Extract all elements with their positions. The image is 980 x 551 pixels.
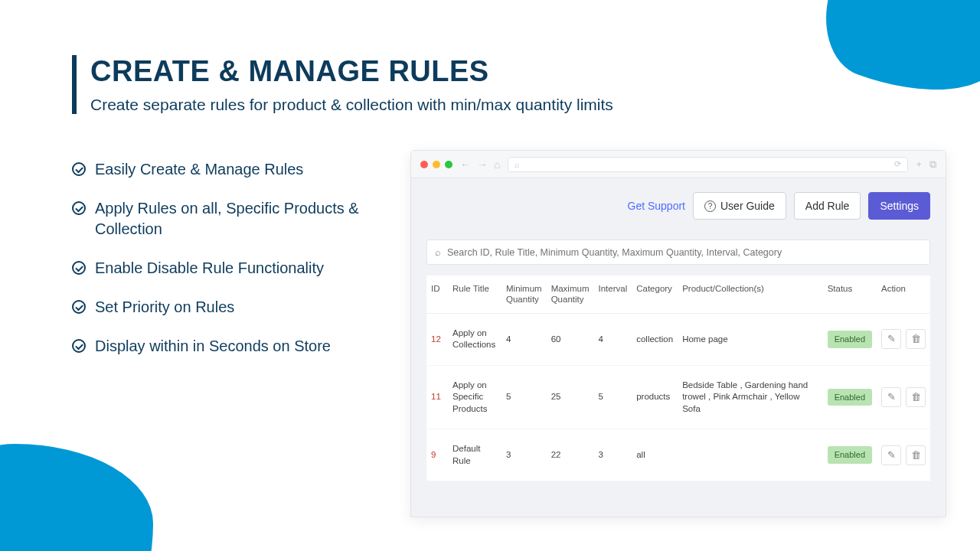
search-bar[interactable]: ⌕ [426,240,930,265]
cell-prodcoll: Home page [678,313,822,365]
search-icon: ⌕ [435,246,441,258]
table-row: 12 Apply on Collections 4 60 4 collectio… [426,313,930,365]
cell-interval: 5 [593,365,632,429]
col-title: Rule Title [448,276,501,313]
row-actions: ✎🗑 [881,445,926,465]
cell-min: 3 [501,429,547,481]
home-icon[interactable]: ⌂ [494,158,500,171]
col-min: Minimum Quantity [501,276,547,313]
check-icon [72,339,86,353]
decor-blob-bottom [0,444,153,551]
feature-label: Easily Create & Manage Rules [95,159,303,180]
user-guide-label: User Guide [720,200,775,212]
forward-icon[interactable]: → [477,158,488,171]
page-title: CREATE & MANAGE RULES [90,55,613,88]
browser-chrome: ← → ⌂ ⌕ ⟳ + ⧉ [411,151,946,178]
status-badge: Enabled [828,446,872,464]
user-guide-button[interactable]: ?User Guide [693,192,786,220]
edit-button[interactable]: ✎ [881,329,901,349]
traffic-lights [420,161,452,168]
row-actions: ✎🗑 [881,387,926,407]
cell-max: 25 [547,365,594,429]
search-input[interactable] [447,247,922,258]
cell-id: 11 [426,365,448,429]
delete-button[interactable]: 🗑 [906,387,926,407]
refresh-icon[interactable]: ⟳ [894,159,901,169]
feature-label: Apply Rules on all, Specific Products & … [95,198,378,240]
cell-category: collection [632,313,678,365]
cell-min: 5 [501,365,547,429]
feature-label: Display within in Seconds on Store [95,336,331,357]
rules-table: ID Rule Title Minimum Quantity Maximum Q… [426,276,930,481]
cell-max: 22 [547,429,594,481]
decor-blob-top [806,0,980,119]
edit-button[interactable]: ✎ [881,387,901,407]
status-badge: Enabled [828,331,872,348]
feature-item: Enable Disable Rule Functionality [72,258,378,279]
delete-button[interactable]: 🗑 [906,329,926,349]
cell-title: Apply on Collections [448,313,501,365]
close-icon[interactable] [420,161,428,168]
cell-interval: 4 [593,313,632,365]
get-support-link[interactable]: Get Support [628,200,686,212]
app-toolbar: Get Support ?User Guide Add Rule Setting… [426,192,930,220]
feature-item: Easily Create & Manage Rules [72,159,378,180]
help-icon: ? [704,201,716,212]
col-interval: Interval [593,276,632,313]
cell-max: 60 [547,313,594,365]
check-icon [72,261,86,275]
col-status: Status [823,276,877,313]
back-icon[interactable]: ← [460,158,471,171]
delete-button[interactable]: 🗑 [906,445,926,465]
cell-id: 12 [426,313,448,365]
check-icon [72,300,86,314]
feature-item: Display within in Seconds on Store [72,336,378,357]
tabs-icon[interactable]: ⧉ [929,158,936,171]
feature-list: Easily Create & Manage Rules Apply Rules… [72,159,378,375]
feature-label: Enable Disable Rule Functionality [95,258,324,279]
maximize-icon[interactable] [445,161,452,168]
col-action: Action [877,276,930,313]
browser-window: ← → ⌂ ⌕ ⟳ + ⧉ Get Support ?User Guide Ad… [410,150,946,517]
check-icon [72,201,86,215]
page-subtitle: Create separate rules for product & coll… [90,96,613,114]
cell-prodcoll [678,429,822,481]
cell-category: products [632,365,678,429]
page-header: CREATE & MANAGE RULES Create separate ru… [72,55,613,114]
cell-prodcoll: Bedside Table , Gardening hand trowel , … [678,365,822,429]
feature-item: Apply Rules on all, Specific Products & … [72,198,378,240]
col-prodcoll: Product/Collection(s) [678,276,822,313]
search-icon: ⌕ [514,160,520,169]
status-badge: Enabled [828,389,872,406]
col-max: Maximum Quantity [547,276,594,313]
browser-nav: ← → ⌂ [460,158,500,171]
cell-min: 4 [501,313,547,365]
cell-title: Apply on Specific Products [448,365,501,429]
edit-button[interactable]: ✎ [881,445,901,465]
url-bar[interactable]: ⌕ ⟳ [508,157,908,172]
table-row: 11 Apply on Specific Products 5 25 5 pro… [426,365,930,429]
cell-category: all [632,429,678,481]
browser-tools: + ⧉ [916,158,936,171]
add-tab-icon[interactable]: + [916,158,922,171]
check-icon [72,162,86,176]
table-row: 9 Default Rule 3 22 3 all Enabled ✎🗑 [426,429,930,481]
cell-id: 9 [426,429,448,481]
add-rule-button[interactable]: Add Rule [794,192,861,220]
feature-label: Set Priority on Rules [95,297,234,318]
cell-title: Default Rule [448,429,501,481]
minimize-icon[interactable] [433,161,440,168]
row-actions: ✎🗑 [881,329,926,349]
col-category: Category [632,276,678,313]
feature-item: Set Priority on Rules [72,297,378,318]
cell-interval: 3 [593,429,632,481]
app-content: Get Support ?User Guide Add Rule Setting… [411,178,946,481]
settings-button[interactable]: Settings [868,192,930,220]
col-id: ID [426,276,448,313]
